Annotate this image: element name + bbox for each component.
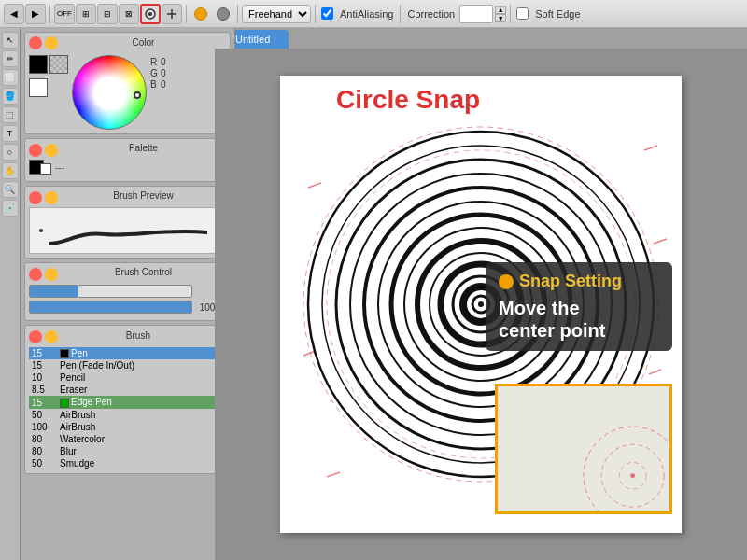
r-value[interactable]: 0 — [161, 57, 176, 67]
toolbar-icon-grid1[interactable]: ⊞ — [76, 4, 96, 24]
mini-preview — [495, 384, 672, 514]
brush-list-item[interactable]: 8.5Eraser — [29, 384, 226, 396]
tool-shape[interactable]: ○ — [2, 144, 19, 161]
toolbar-icon-grid3[interactable]: ⊠ — [119, 4, 139, 24]
brush-dot — [39, 229, 43, 232]
toolbar-icon-circle-snap[interactable] — [140, 4, 161, 24]
brush-color-swatch — [60, 349, 69, 358]
sep1 — [49, 5, 50, 23]
brush-list-item[interactable]: 80Blur — [29, 445, 226, 457]
brush-name: Edge Pen — [57, 396, 226, 408]
brush-list-min[interactable] — [45, 330, 58, 343]
brush-prev-min[interactable] — [45, 191, 58, 204]
tool-eraser[interactable]: ⬜ — [2, 69, 19, 86]
correction-input[interactable]: 0 — [459, 5, 493, 23]
transparent-swatch[interactable] — [49, 55, 68, 74]
brush-name: Blur — [57, 445, 226, 457]
brush-size: 10 — [29, 371, 57, 384]
sep2 — [186, 5, 187, 23]
brush-list-title: Brush — [58, 330, 218, 341]
color-swatches — [29, 55, 68, 97]
brush-size: 80 — [29, 433, 57, 445]
palette-close-btn[interactable] — [29, 144, 42, 157]
close-btn[interactable] — [29, 36, 42, 49]
tab-bar: Untitled — [215, 28, 747, 49]
svg-point-32 — [630, 473, 635, 478]
svg-line-8 — [644, 146, 657, 150]
color-wheel[interactable] — [72, 55, 147, 130]
palette-dash: --- — [55, 162, 64, 173]
tool-select[interactable]: ⬚ — [2, 106, 19, 123]
r-label: R — [150, 57, 158, 67]
brush-list-item[interactable]: 50AirBrush — [29, 409, 226, 421]
brush-preview-title: Brush Preview — [61, 190, 226, 201]
snap-setting-box: Snap Setting Move thecenter point — [486, 262, 672, 351]
correction-down[interactable]: ▼ — [495, 14, 506, 22]
color-title: Color — [61, 37, 226, 48]
brush-size: 15 — [29, 347, 57, 359]
tool-eyedrop[interactable]: 💉 — [2, 200, 19, 217]
tool-text[interactable]: T — [2, 125, 19, 142]
drawing-canvas[interactable]: Circle Snap Snap Setting Move thecenter … — [280, 76, 682, 533]
foreground-swatch[interactable] — [29, 55, 48, 74]
brush-control-section: Brush Control 15 100 % — [24, 262, 231, 321]
brush-ctrl-close[interactable] — [29, 268, 42, 281]
brush-size: 15 — [29, 359, 57, 371]
brush-preview-canvas — [29, 207, 225, 254]
tool-cursor[interactable]: ↖ — [2, 32, 19, 49]
tool-pen[interactable]: ✏ — [2, 50, 19, 67]
brush-table: 15Pen15Pen (Fade In/Out)10Pencil8.5Erase… — [29, 347, 226, 469]
brush-list-item[interactable]: 80Watercolor — [29, 433, 226, 445]
brush-list-item[interactable]: 15Edge Pen — [29, 396, 226, 408]
palette-bg[interactable] — [40, 163, 51, 175]
circle-snap-label: Circle Snap — [336, 85, 480, 115]
svg-line-11 — [649, 370, 661, 374]
toolbar-icon-2[interactable]: ▶ — [25, 4, 46, 24]
sep4 — [315, 5, 316, 23]
correction-stepper[interactable]: ▲ ▼ — [495, 6, 506, 22]
brush-list-item[interactable]: 50Smudge — [29, 457, 226, 469]
dot-indicator — [190, 4, 211, 24]
svg-line-9 — [654, 239, 667, 244]
opacity-slider[interactable] — [29, 301, 192, 314]
size-slider[interactable] — [29, 285, 192, 298]
brush-ctrl-min[interactable] — [45, 268, 58, 281]
brush-list-item[interactable]: 15Pen — [29, 347, 226, 359]
toolbar-icon-off[interactable]: OFF — [54, 4, 75, 24]
brush-size: 80 — [29, 445, 57, 457]
brush-size: 50 — [29, 409, 57, 421]
tool-fill[interactable]: 🪣 — [2, 88, 19, 105]
tool-zoom[interactable]: 🔍 — [2, 181, 19, 198]
soft-edge-checkbox[interactable] — [516, 7, 529, 20]
g-value[interactable]: 0 — [161, 68, 176, 78]
brush-name: Pencil — [57, 371, 226, 384]
b-value[interactable]: 0 — [161, 79, 176, 90]
antialiasing-checkbox[interactable] — [321, 7, 333, 20]
svg-point-1 — [148, 12, 152, 16]
brush-prev-close[interactable] — [29, 191, 42, 204]
brush-list-item[interactable]: 100AirBrush — [29, 421, 226, 433]
svg-rect-28 — [499, 386, 669, 511]
top-toolbar: ◀ ▶ OFF ⊞ ⊟ ⊠ Freehand AntiAliasing Corr… — [0, 0, 747, 28]
freehand-select[interactable]: Freehand — [242, 5, 311, 23]
brush-size: 15 — [29, 396, 57, 408]
sep5 — [400, 5, 401, 23]
palette-min-btn[interactable] — [45, 144, 58, 157]
brush-list-item[interactable]: 15Pen (Fade In/Out) — [29, 359, 226, 371]
section-controls — [29, 36, 58, 49]
toolbar-icon-snap2[interactable] — [162, 4, 182, 24]
correction-up[interactable]: ▲ — [495, 6, 506, 14]
size-fill — [30, 286, 78, 297]
palette-title: Palette — [61, 143, 226, 153]
brush-name: Pen (Fade In/Out) — [57, 359, 226, 371]
brush-list-item[interactable]: 10Pencil — [29, 371, 226, 384]
tool-hand[interactable]: ✋ — [2, 162, 19, 179]
brush-name: Smudge — [57, 457, 226, 469]
toolbar-icon-grid2[interactable]: ⊟ — [97, 4, 118, 24]
toolbar-icon-1[interactable]: ◀ — [4, 4, 24, 24]
brush-name: Pen — [57, 347, 226, 359]
background-swatch[interactable] — [29, 78, 48, 97]
minimize-btn[interactable] — [45, 36, 58, 49]
brush-list-close[interactable] — [29, 330, 42, 343]
brush-preview-section: Brush Preview — [24, 186, 231, 259]
